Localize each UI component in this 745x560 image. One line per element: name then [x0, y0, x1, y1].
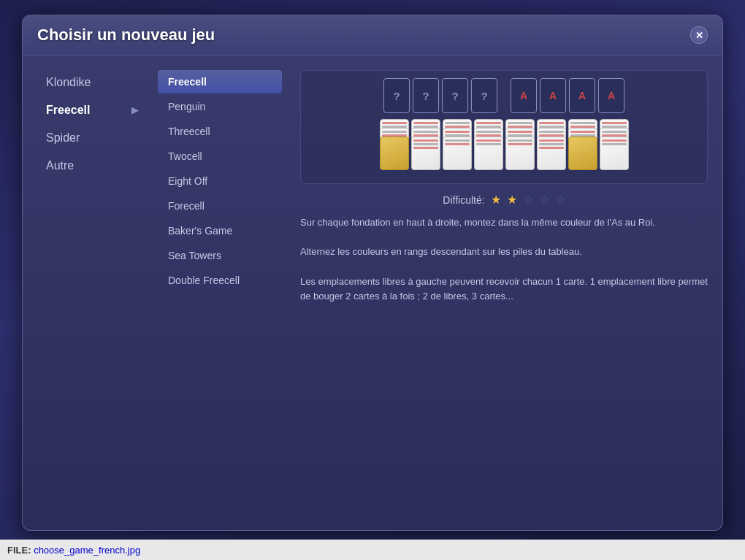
game-item-bakersgame[interactable]: Baker's Game: [158, 219, 282, 242]
free-cell-3: ?: [442, 78, 468, 113]
game-item-penguin[interactable]: Penguin: [158, 95, 282, 118]
tableau-col-1: [380, 119, 409, 176]
file-bar: FILE: choose_game_french.jpg: [0, 540, 745, 560]
tableau-card: [600, 137, 629, 170]
tableau-card: [443, 137, 472, 170]
foundation-cell-3: A: [569, 78, 595, 113]
tableau-col-7: [568, 119, 597, 176]
dialog-header: Choisir un nouveau jeu ✕: [23, 15, 722, 55]
game-description: Sur chaque fondation en haut à droite, m…: [300, 215, 708, 512]
foundation-cell-1: A: [511, 78, 537, 113]
categories-panel: Klondike Freecell ▶ Spider Autre: [37, 70, 154, 512]
free-cell-1: ?: [383, 78, 410, 113]
tableau-card: [537, 137, 566, 170]
foundation-cell-4: A: [598, 78, 624, 113]
star-1: ★: [491, 193, 501, 207]
tableau-card-golden: [568, 137, 597, 170]
game-item-freecell[interactable]: Freecell: [158, 70, 282, 93]
close-button[interactable]: ✕: [690, 26, 708, 44]
tableau-col-6: [537, 119, 566, 176]
tableau-card-golden: [380, 137, 409, 170]
free-cell-2: ?: [413, 78, 439, 113]
chevron-right-icon: ▶: [131, 105, 138, 115]
game-item-threecell[interactable]: Threecell: [158, 120, 282, 143]
difficulty-row: Difficulté: ★ ★ ☆ ☆ ☆: [300, 193, 708, 207]
file-value: choose_game_french.jpg: [34, 545, 140, 556]
game-item-doublefreecell[interactable]: Double Freecell: [158, 269, 282, 292]
tableau-col-8: [600, 119, 629, 176]
tableau-card: [505, 137, 535, 170]
games-panel: Freecell Penguin Threecell Twocell Eight…: [154, 70, 286, 512]
main-dialog: Choisir un nouveau jeu ✕ Klondike Freece…: [22, 15, 723, 531]
sidebar-item-spider[interactable]: Spider: [37, 126, 147, 150]
difficulty-label: Difficulté:: [443, 194, 484, 206]
sidebar-item-freecell[interactable]: Freecell ▶: [37, 98, 147, 123]
top-cards-row: ? ? ? ? A A A A: [308, 78, 700, 113]
star-2: ★: [507, 193, 517, 207]
dialog-content: Klondike Freecell ▶ Spider Autre Freecel…: [23, 55, 722, 526]
dialog-footer: Démarrer un nouveau jeu →: [23, 526, 722, 531]
tableau-col-4: [474, 119, 503, 176]
sidebar-item-klondike[interactable]: Klondike: [37, 70, 147, 95]
tableau-card: [411, 137, 440, 170]
dialog-title: Choisir un nouveau jeu: [37, 26, 215, 45]
sidebar-item-autre[interactable]: Autre: [37, 153, 147, 178]
star-4: ☆: [539, 193, 549, 207]
file-label: FILE:: [7, 545, 31, 556]
star-3: ☆: [523, 193, 533, 207]
game-item-forecell[interactable]: Forecell: [158, 194, 282, 218]
tableau-col-5: [505, 119, 535, 176]
game-item-eightoff[interactable]: Eight Off: [158, 169, 282, 193]
star-5: ☆: [555, 193, 565, 207]
free-cell-4: ?: [471, 78, 497, 113]
tableau-col-2: [411, 119, 440, 176]
preview-panel: ? ? ? ? A A A A: [286, 70, 708, 512]
game-item-seatowers[interactable]: Sea Towers: [158, 244, 282, 267]
game-item-twocell[interactable]: Twocell: [158, 145, 282, 168]
foundation-cell-2: A: [540, 78, 566, 113]
tableau-col-3: [443, 119, 472, 176]
card-preview: ? ? ? ? A A A A: [300, 70, 708, 184]
gap: [500, 78, 508, 113]
tableau-area: [308, 119, 700, 176]
tableau-card: [474, 137, 503, 170]
